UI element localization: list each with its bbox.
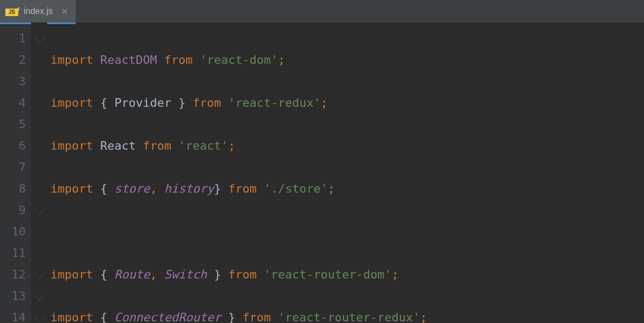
linenum: 12 [0, 264, 26, 285]
code-line: import { Provider } from 'react-redux'; [50, 92, 644, 114]
close-icon[interactable]: ✕ [61, 6, 68, 17]
linenum: 9 [0, 200, 26, 221]
fold-marker-icon[interactable] [34, 268, 45, 279]
file-tab[interactable]: JS index.js ✕ [0, 0, 76, 23]
tab-filename: index.js [24, 6, 53, 16]
gutter: 1 2 3 4 5 6 7 8 9 10 11 12 13 14 [0, 23, 31, 323]
fold-marker-icon[interactable] [34, 289, 45, 300]
linenum: 11 [0, 243, 26, 264]
linenum: 2 [0, 49, 26, 71]
linenum: 5 [0, 114, 26, 135]
tab-bar: JS index.js ✕ [0, 0, 644, 23]
linenum: 6 [0, 135, 26, 157]
fold-marker-icon[interactable] [34, 32, 45, 43]
fold-marker-icon[interactable] [34, 311, 45, 322]
code-area[interactable]: import ReactDOM from 'react-dom'; import… [47, 23, 644, 323]
linenum: 7 [0, 157, 26, 178]
linenum: 1 [0, 28, 26, 49]
linenum: 3 [0, 71, 26, 92]
code-editor[interactable]: 1 2 3 4 5 6 7 8 9 10 11 12 13 14 import … [0, 23, 644, 323]
fold-column [31, 23, 47, 323]
code-line [50, 221, 644, 243]
code-line: import { Route, Switch } from 'react-rou… [50, 264, 644, 285]
fold-marker-icon[interactable] [34, 203, 45, 215]
code-line: import { ConnectedRouter } from 'react-r… [50, 307, 644, 323]
linenum: 13 [0, 285, 26, 307]
code-line: import { store, history} from './store'; [50, 178, 644, 200]
code-line: import ReactDOM from 'react-dom'; [50, 49, 644, 71]
code-line: import React from 'react'; [50, 135, 644, 157]
linenum: 4 [0, 92, 26, 114]
linenum: 10 [0, 221, 26, 243]
js-file-icon: JS [5, 6, 19, 16]
linenum: 8 [0, 178, 26, 200]
linenum: 14 [0, 307, 26, 323]
